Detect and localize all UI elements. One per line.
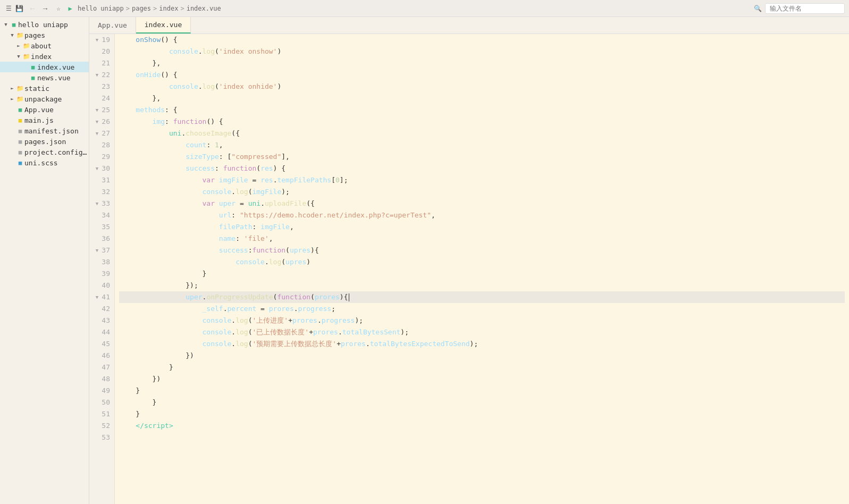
- sidebar-item-index-folder[interactable]: ▼ 📁 index: [0, 51, 89, 62]
- breadcrumb-pages[interactable]: pages: [132, 5, 151, 12]
- css-file-icon-uni: ■: [16, 158, 24, 167]
- line-num-47: 47: [94, 362, 110, 373]
- titlebar: ☰ 💾 ← → ☆ ▶ hello uniapp > pages > index…: [0, 0, 849, 17]
- editor[interactable]: ▼19 20 21 ▼22 23 24 ▼25 ▼26 ▼27 28 29 ▼3…: [89, 34, 849, 504]
- line-num-23: 23: [94, 81, 110, 93]
- sidebar-item-unpackage[interactable]: ► 📁 unpackage: [0, 94, 89, 104]
- sidebar-item-pages[interactable]: ▼ 📁 pages: [0, 30, 89, 40]
- line-num-45: 45: [94, 338, 110, 350]
- sidebar-label-pages-json: pages.json: [24, 138, 66, 146]
- editor-tabs: App.vue index.vue: [89, 17, 849, 34]
- code-line-29: sizeType: ["compressed"],: [119, 151, 845, 163]
- folder-icon-static: 📁: [16, 84, 24, 93]
- line-num-52: 52: [94, 420, 110, 432]
- breadcrumb-root[interactable]: hello uniapp: [78, 5, 124, 12]
- sidebar-label-project-json: project.config.json: [24, 148, 89, 156]
- line-num-48: 48: [94, 373, 110, 385]
- folder-icon-pages: 📁: [16, 31, 24, 39]
- root-icon: ■: [10, 20, 18, 29]
- sidebar-item-app-vue[interactable]: ■ App.vue: [0, 104, 89, 115]
- code-line-19: onShow() {: [119, 34, 845, 46]
- line-num-38: 38: [94, 256, 110, 268]
- code-line-47: }: [119, 362, 845, 373]
- code-line-25: methods: {: [119, 104, 845, 116]
- bookmark-icon[interactable]: ☆: [54, 4, 63, 13]
- line-num-39: 39: [94, 268, 110, 280]
- sidebar-item-static[interactable]: ► 📁 static: [0, 83, 89, 94]
- spacer-projectjson: [9, 148, 16, 156]
- code-line-21: },: [119, 57, 845, 69]
- breadcrumb-file[interactable]: index.vue: [187, 5, 221, 12]
- sidebar-item-root[interactable]: ▼ ■ hello uniapp: [0, 19, 89, 30]
- code-line-28: count: 1,: [119, 139, 845, 151]
- save-icon[interactable]: 💾: [15, 4, 23, 13]
- sidebar-item-main-js[interactable]: ■ main.js: [0, 115, 89, 125]
- main-area: ▼ ■ hello uniapp ▼ 📁 pages ► 📁 about ▼ 📁…: [0, 17, 849, 504]
- code-line-49: }: [119, 385, 845, 397]
- line-num-25: ▼25: [94, 104, 110, 116]
- code-container: ▼19 20 21 ▼22 23 24 ▼25 ▼26 ▼27 28 29 ▼3…: [89, 34, 849, 504]
- code-line-26: img: function() {: [119, 116, 845, 128]
- search-input[interactable]: [770, 5, 840, 12]
- run-icon[interactable]: ▶: [66, 4, 74, 13]
- code-line-32: console.log(imgFile);: [119, 186, 845, 198]
- tab-index-vue[interactable]: index.vue: [136, 17, 191, 33]
- sidebar-item-project-json[interactable]: ■ project.config.json: [0, 147, 89, 157]
- json-file-icon-project: ■: [16, 148, 24, 156]
- line-num-37: ▼37: [94, 245, 110, 256]
- code-line-52: </script>: [119, 420, 845, 432]
- line-num-51: 51: [94, 408, 110, 420]
- cursor: [349, 293, 349, 301]
- search-box[interactable]: [765, 3, 845, 14]
- content-area: App.vue index.vue ▼19 20 21 ▼22 23 24 ▼2…: [89, 17, 849, 504]
- line-num-21: 21: [94, 57, 110, 69]
- nav-forward-button[interactable]: →: [39, 3, 51, 14]
- folder-icon-index: 📁: [22, 52, 31, 61]
- line-num-49: 49: [94, 385, 110, 397]
- line-num-35: 35: [94, 221, 110, 233]
- code-line-23: console.log('index onhide'): [119, 81, 845, 93]
- titlebar-window-controls: ☰ 💾: [4, 4, 23, 13]
- code-line-22: onHide() {: [119, 69, 845, 81]
- sidebar-item-pages-json[interactable]: ■ pages.json: [0, 136, 89, 147]
- code-line-39: }: [119, 268, 845, 280]
- sidebar-item-manifest-json[interactable]: ■ manifest.json: [0, 125, 89, 136]
- line-num-42: 42: [94, 303, 110, 315]
- spacer-1: [21, 63, 29, 71]
- spacer-manifest: [9, 127, 16, 135]
- expand-icon-pages: ▼: [9, 31, 16, 39]
- spacer-uniscss: [9, 159, 16, 166]
- sidebar-label-manifest-json: manifest.json: [24, 127, 79, 135]
- spacer-pagesjson: [9, 138, 16, 145]
- line-num-32: 32: [94, 186, 110, 198]
- sidebar-label-unpackage: unpackage: [24, 95, 62, 103]
- search-file-icon[interactable]: 🔍: [753, 4, 762, 13]
- spacer-2: [21, 74, 29, 81]
- line-num-22: ▼22: [94, 69, 110, 81]
- line-num-30: ▼30: [94, 163, 110, 174]
- folder-icon-about: 📁: [22, 41, 31, 50]
- line-num-40: 40: [94, 280, 110, 291]
- folder-icon-unpackage: 📁: [16, 95, 24, 103]
- line-num-31: 31: [94, 174, 110, 186]
- line-num-46: 46: [94, 350, 110, 362]
- expand-icon: ▼: [2, 21, 10, 28]
- tab-app-vue[interactable]: App.vue: [89, 17, 136, 33]
- line-num-34: 34: [94, 209, 110, 221]
- sidebar-item-about[interactable]: ► 📁 about: [0, 40, 89, 51]
- breadcrumb-index[interactable]: index: [159, 5, 178, 12]
- sidebar-item-news-vue[interactable]: ■ news.vue: [0, 72, 89, 83]
- line-num-33: ▼33: [94, 198, 110, 209]
- menu-icon[interactable]: ☰: [4, 4, 13, 13]
- vue-file-icon-index: ■: [29, 63, 37, 71]
- code-line-41: uper.onProgressUpdate(function(prores){: [119, 291, 845, 303]
- nav-back-button[interactable]: ←: [27, 3, 38, 14]
- line-num-26: ▼26: [94, 116, 110, 128]
- sidebar-item-uni-scss[interactable]: ■ uni.scss: [0, 157, 89, 168]
- sidebar-item-index-vue[interactable]: ■ index.vue: [0, 62, 89, 72]
- code-line-53: [119, 432, 845, 443]
- js-file-icon-main: ■: [16, 116, 24, 124]
- line-num-36: 36: [94, 233, 110, 245]
- code-line-27: uni.chooseImage({: [119, 128, 845, 139]
- expand-icon-about: ►: [15, 42, 22, 49]
